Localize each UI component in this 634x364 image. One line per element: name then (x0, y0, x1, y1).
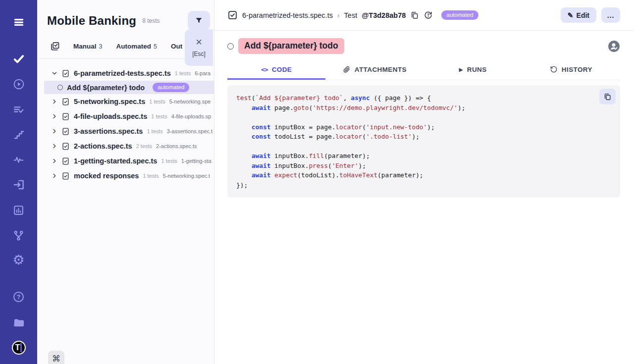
suite-test-count: 1 tests (143, 173, 158, 179)
close-icon[interactable]: ✕ (195, 38, 202, 47)
chevron-icon[interactable] (51, 157, 58, 164)
suite-file-name: 1-getting-sta (181, 158, 211, 164)
filter-tab-automated[interactable]: Automated5 (116, 43, 157, 50)
detail-tabs: <>CODEATTACHMENTS▶RUNSHISTORY (227, 61, 620, 80)
edit-button[interactable]: ✎ Edit (561, 7, 596, 23)
filter-popup: ✕ [Esc] (185, 29, 213, 66)
filter-tab-out[interactable]: Out (171, 43, 185, 50)
code-line: test(`Add ${parameter} todo`, async ({ p… (236, 93, 611, 103)
tree-suite-row[interactable]: 1-getting-started.spec.ts 1 tests 1-gett… (37, 154, 214, 168)
suite-file-name: 4-file-uploads.sp (171, 113, 211, 119)
tab-history[interactable]: HISTORY (522, 61, 620, 80)
suite-test-count: 2 tests (136, 143, 152, 149)
tab-attachments[interactable]: ATTACHMENTS (325, 61, 423, 80)
shortcut-button[interactable]: ⌘ (48, 351, 64, 364)
app-logo[interactable]: T (10, 339, 28, 356)
suite-label: 3-assertions.spec.ts (74, 127, 143, 135)
chevron-icon[interactable] (51, 113, 58, 120)
breadcrumb-file[interactable]: 6-parametrized-tests.spec.ts (242, 11, 333, 19)
tree-suite-row[interactable]: 5-networking.spec.ts 1 tests 5-networkin… (37, 94, 214, 109)
copy-code-button[interactable] (599, 89, 616, 104)
tree-suite-row[interactable]: 3-assertions.spec.ts 1 tests 3-assertion… (37, 124, 214, 139)
tests-check-icon[interactable] (10, 51, 28, 68)
tree-suite-row[interactable]: 6-parametrized-tests.spec.ts 1 tests 6-p… (37, 66, 214, 81)
suite-test-count: 1 tests (151, 113, 167, 119)
pulse-icon[interactable] (10, 151, 28, 168)
spec-file-icon (61, 157, 70, 165)
code-line: await page.goto('https://demo.playwright… (236, 103, 611, 113)
suite-test-count: 1 tests (161, 158, 177, 164)
more-button[interactable]: ... (601, 7, 620, 23)
automated-badge: automated (153, 83, 189, 92)
test-checkbox-icon (227, 10, 238, 20)
chevron-icon[interactable] (51, 128, 58, 135)
help-icon[interactable]: ? (10, 289, 28, 306)
suite-file-name: 3-assertions.spec.t (167, 128, 212, 134)
suite-label: mocked responses (74, 172, 139, 180)
tab-runs[interactable]: ▶RUNS (424, 61, 522, 80)
test-tree: 6-parametrized-tests.spec.ts 1 tests 6-p… (37, 59, 214, 183)
branches-icon[interactable] (10, 227, 28, 244)
suite-label: 2-actions.spec.ts (74, 142, 132, 150)
suite-file-name: 5-networking.spec.t (163, 173, 210, 179)
select-all-icon[interactable] (50, 41, 60, 52)
filter-button[interactable] (188, 11, 210, 30)
code-line: }); (236, 180, 611, 190)
tree-test-row[interactable]: Add ${parameter} todo automated (44, 81, 214, 94)
spec-file-icon (61, 69, 70, 78)
esc-hint: [Esc] (192, 51, 206, 57)
suite-label: 5-networking.spec.ts (74, 98, 145, 105)
test-plans-icon[interactable] (10, 101, 28, 118)
spec-file-icon (61, 98, 70, 106)
code-line: await inputBox.fill(parameter); (236, 151, 611, 161)
chevron-icon[interactable] (51, 172, 58, 179)
settings-gear-icon[interactable]: ⚙ (10, 252, 28, 269)
breadcrumb-test-label: Test (344, 11, 358, 19)
breadcrumb: 6-parametrized-tests.spec.ts › Test @T3d… (227, 10, 478, 20)
spec-file-icon (61, 172, 70, 180)
test-label: Add ${parameter} todo (67, 84, 145, 92)
test-detail: 6-parametrized-tests.spec.ts › Test @T3d… (214, 0, 634, 364)
chevron-icon[interactable] (51, 143, 58, 150)
code-line: await expect(todoList).toHaveText(parame… (236, 170, 611, 180)
copy-id-icon[interactable] (410, 11, 419, 20)
tree-suite-row[interactable]: 4-file-uploads.spec.ts 1 tests 4-file-up… (37, 109, 214, 124)
tree-suite-row[interactable]: 2-actions.spec.ts 2 tests 2-actions.spec… (37, 139, 214, 154)
test-id: @T3d28ab78 (362, 11, 406, 19)
code-line: await inputBox.press('Enter'); (236, 161, 611, 171)
code-line: const todoList = page.locator('.todo-lis… (236, 132, 611, 142)
chevron-icon[interactable] (51, 98, 58, 105)
sync-alert-icon[interactable] (423, 10, 433, 20)
test-detail-header: 6-parametrized-tests.spec.ts › Test @T3d… (214, 0, 634, 31)
chevron-icon[interactable] (51, 70, 58, 77)
suite-title: Mobile Banking (47, 14, 136, 28)
sidebar: ⚙ ? T (0, 0, 37, 364)
runs-play-icon[interactable] (10, 76, 28, 93)
filter-tab-manual[interactable]: Manual3 (73, 43, 102, 50)
import-icon[interactable] (10, 176, 28, 194)
code-block: test(`Add ${parameter} todo`, async ({ p… (227, 85, 620, 198)
spec-file-icon (61, 142, 70, 151)
assignee-avatar[interactable] (608, 40, 620, 52)
steps-icon[interactable] (10, 126, 28, 143)
suite-panel-header: Mobile Banking 8 tests ✕ [Esc] (37, 0, 214, 34)
suite-label: 6-parametrized-tests.spec.ts (74, 69, 171, 77)
suite-file-name: 6-para (195, 70, 211, 76)
pencil-icon: ✎ (568, 11, 574, 19)
suite-label: 1-getting-started.spec.ts (74, 157, 157, 165)
spec-file-icon (61, 112, 70, 121)
analytics-icon[interactable] (10, 202, 28, 219)
status-circle-icon (57, 85, 63, 90)
projects-folder-icon[interactable] (10, 313, 28, 331)
suite-test-count: 1 tests (147, 128, 162, 134)
edit-label: Edit (577, 11, 589, 19)
suite-test-count: 1 tests (149, 99, 165, 104)
test-title: Add ${parameter} todo (238, 38, 344, 54)
menu-icon[interactable] (10, 14, 28, 31)
spec-file-icon (61, 127, 70, 136)
copy-icon (603, 93, 612, 101)
status-circle-icon[interactable] (227, 43, 234, 50)
suite-label: 4-file-uploads.spec.ts (74, 112, 147, 120)
tab-code[interactable]: <>CODE (227, 61, 325, 80)
tree-suite-row[interactable]: mocked responses 1 tests 5-networking.sp… (37, 168, 214, 183)
